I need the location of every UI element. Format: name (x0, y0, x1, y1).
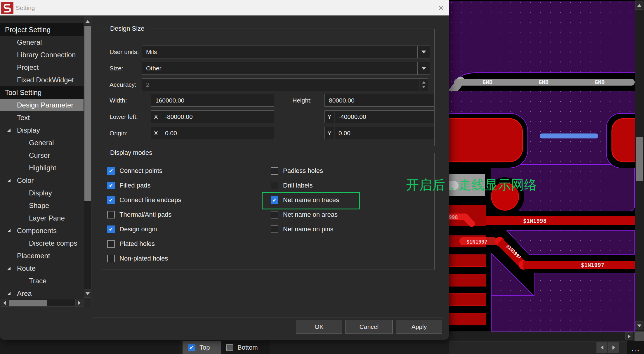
connect-line-endcaps-checkbox[interactable] (107, 196, 115, 204)
tab-top-layer[interactable]: Top (183, 341, 222, 354)
tree-item-text[interactable]: Text (0, 111, 84, 124)
tree-item-components[interactable]: Components (0, 224, 84, 237)
tree-item-shape[interactable]: Shape (0, 199, 84, 212)
pcb-net-block (449, 274, 486, 286)
tree-section-tool-setting[interactable]: Tool Setting (0, 86, 84, 99)
connect-points-checkbox[interactable] (107, 167, 115, 175)
scrollbar-corner (635, 332, 644, 341)
design-origin-checkbox[interactable] (107, 225, 115, 233)
tree-item-display-general[interactable]: General (0, 136, 84, 149)
pcb-scroll-down-button[interactable] (635, 321, 643, 330)
tree-hscroll-thumb[interactable] (9, 300, 47, 306)
ellipsis-dot-icon (638, 350, 639, 351)
close-icon[interactable]: ✕ (436, 3, 446, 13)
tree-section-project-setting[interactable]: Project Setting (0, 23, 84, 36)
origin-y-input[interactable]: 0.00 (334, 127, 434, 139)
tree-item-discrete-comps[interactable]: Discrete comps (0, 237, 84, 249)
pcb-hscrollbar[interactable] (449, 332, 635, 341)
tree-item-cursor[interactable]: Cursor (0, 149, 84, 162)
tree-item-fixed-dockwidget[interactable]: Fixed DockWidget (0, 74, 84, 86)
plated-holes-checkbox[interactable] (107, 240, 115, 248)
tree-scroll-left-button[interactable] (1, 299, 8, 307)
pcb-net-label-1997: $1N1997 (581, 262, 604, 268)
net-name-on-pins-checkbox[interactable] (271, 225, 278, 233)
arrow-right-icon (628, 334, 631, 339)
display-modes-group-title: Display modes (107, 149, 155, 157)
size-select[interactable]: Other (142, 62, 430, 75)
arrow-up-icon (637, 4, 641, 7)
tree-item-project[interactable]: Project (0, 61, 84, 74)
expand-triangle-icon[interactable] (7, 129, 11, 132)
origin-x-input[interactable]: 0.00 (161, 127, 274, 139)
apply-button[interactable]: Apply (396, 320, 442, 334)
pcb-scroll-up-button[interactable] (635, 1, 643, 10)
layer-next-button[interactable] (608, 342, 619, 353)
tree-item-trace[interactable]: Trace (0, 275, 84, 287)
padless-holes-checkbox[interactable] (271, 167, 278, 175)
tree-item-layer-pane[interactable]: Layer Pane (0, 212, 84, 224)
net-name-on-areas-checkbox[interactable] (271, 211, 278, 218)
pcb-pad (449, 119, 523, 162)
tab-bottom-layer[interactable]: Bottom (221, 341, 270, 354)
user-units-select[interactable]: Mils (142, 46, 430, 58)
tree-item-area[interactable]: Area (0, 287, 84, 300)
pcb-gnd-label: GND (595, 79, 605, 85)
expand-triangle-icon[interactable] (7, 179, 11, 182)
checkbox-row: Net name on pins (271, 224, 333, 234)
arrow-down-icon (86, 292, 90, 295)
pcb-trace-1998 (486, 216, 635, 225)
tree-vscroll-thumb[interactable] (84, 26, 91, 201)
lower-left-x-input[interactable]: -80000.00 (161, 110, 274, 123)
width-input[interactable]: 160000.00 (151, 94, 274, 107)
tree-item-design-parameter[interactable]: Design Parameter (0, 99, 84, 111)
accuracy-label: Accuracy: (110, 78, 136, 91)
dropdown-arrow-icon[interactable] (417, 62, 430, 74)
net-name-on-traces-checkbox[interactable] (271, 196, 278, 204)
tree-scroll-right-button[interactable] (75, 299, 83, 307)
pcb-net-block (449, 255, 486, 267)
dialog-titlebar[interactable]: Setting ✕ (0, 0, 449, 16)
layer-prev-button[interactable] (596, 342, 607, 353)
lower-left-label: Lower left: (110, 110, 138, 123)
tree-item-general[interactable]: General (0, 36, 84, 48)
thermal-anti-pads-checkbox[interactable] (107, 211, 115, 218)
checkbox-row: Net name on traces (271, 195, 339, 205)
tree-scroll-down-button[interactable] (84, 289, 91, 298)
expand-triangle-icon[interactable] (7, 267, 11, 270)
dropdown-arrow-icon[interactable] (417, 46, 430, 58)
non-plated-holes-checkbox[interactable] (107, 255, 115, 262)
expand-triangle-icon[interactable] (7, 229, 11, 232)
tree-item-color[interactable]: Color (0, 174, 84, 187)
pcb-net-label-clipped: 998 (449, 214, 458, 220)
lower-left-y-input[interactable]: -40000.00 (334, 110, 434, 123)
cancel-button[interactable]: Cancel (346, 320, 393, 334)
accuracy-spinbox[interactable]: 2 (142, 78, 428, 91)
height-input[interactable]: 80000.00 (324, 94, 434, 107)
top-layer-checkbox[interactable] (188, 344, 195, 351)
tree-item-highlight[interactable]: Highlight (0, 162, 84, 174)
origin-y-prefix: Y (324, 127, 334, 139)
filled-pads-checkbox[interactable] (107, 182, 115, 189)
expand-triangle-icon[interactable] (7, 292, 11, 295)
ok-button[interactable]: OK (296, 320, 342, 334)
spinner-arrows-icon[interactable] (419, 79, 428, 91)
bottom-layer-checkbox[interactable] (226, 344, 233, 351)
tree-item-library-connection[interactable]: Library Connection (0, 48, 84, 61)
tree-item-color-display[interactable]: Display (0, 187, 84, 199)
tree-item-route[interactable]: Route (0, 262, 84, 275)
pcb-scroll-right-button[interactable] (625, 332, 633, 340)
checkbox-row: Design origin (107, 224, 157, 234)
overflow-menu-button[interactable] (627, 341, 644, 354)
tree-item-display[interactable]: Display (0, 124, 84, 136)
width-label: Width: (110, 94, 127, 107)
tree-scroll-up-button[interactable] (84, 17, 91, 25)
pcb-plane-big (507, 230, 635, 254)
pcb-vscroll-thumb[interactable] (636, 137, 643, 181)
arrow-up-icon (86, 20, 90, 23)
checkbox-row: Connect points (107, 166, 162, 176)
tree-item-placement[interactable]: Placement (0, 249, 84, 262)
origin-label: Origin: (110, 127, 128, 139)
arrow-down-icon (637, 324, 641, 327)
drill-labels-checkbox[interactable] (271, 182, 278, 189)
checkbox-row: Plated holes (107, 239, 155, 249)
